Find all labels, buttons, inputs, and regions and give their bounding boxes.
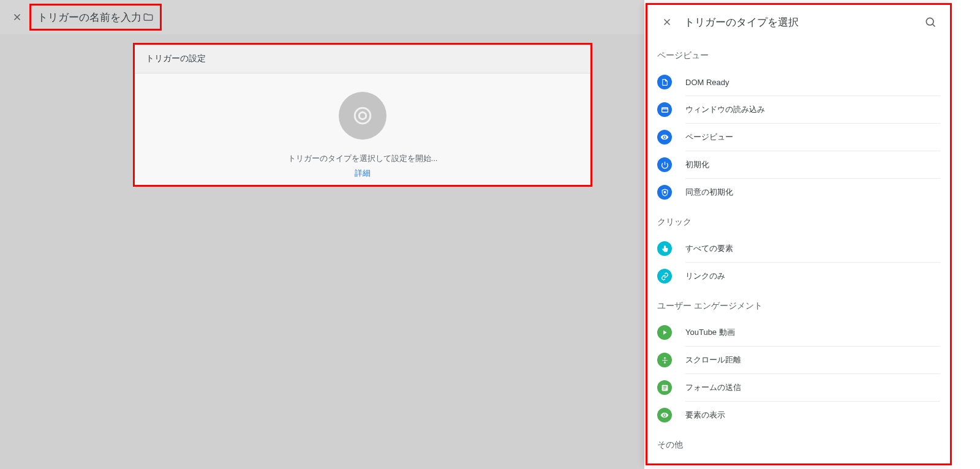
trigger-type-item[interactable]: 要素の表示	[647, 402, 950, 429]
trigger-type-label: 要素の表示	[685, 410, 725, 421]
trigger-name-input[interactable]: トリガーの名前を入力	[29, 4, 162, 31]
trigger-type-item[interactable]: DOM Ready	[647, 69, 950, 96]
svg-point-1	[926, 18, 933, 25]
shield-blue-icon	[657, 185, 672, 200]
folder-icon[interactable]	[143, 12, 154, 23]
trigger-name-label: トリガーの名前を入力	[37, 10, 143, 24]
category-label: ユーザー エンゲージメント	[647, 290, 950, 319]
eye-green-icon	[657, 408, 672, 422]
play-green-icon	[657, 325, 672, 340]
eye-blue-icon	[657, 130, 672, 144]
category-label: その他	[647, 429, 950, 458]
close-icon[interactable]	[5, 5, 29, 29]
trigger-type-label: ウィンドウの読み込み	[685, 104, 765, 115]
power-blue-icon	[657, 157, 672, 172]
trigger-type-label: リンクのみ	[685, 271, 725, 282]
settings-heading: トリガーの設定	[135, 45, 590, 73]
page-blue-icon	[657, 75, 672, 89]
trigger-type-label: スクロール距離	[685, 355, 741, 366]
trigger-type-item[interactable]: ページビュー	[647, 124, 950, 151]
form-green-icon	[657, 380, 672, 395]
trigger-settings-panel[interactable]: トリガーの設定 トリガーのタイプを選択して設定を開始... 詳細	[133, 43, 592, 187]
category-label: クリック	[647, 206, 950, 235]
settings-body: トリガーのタイプを選択して設定を開始... 詳細	[135, 73, 590, 197]
window-blue-icon	[657, 102, 672, 117]
trigger-type-label: ページビュー	[685, 132, 733, 143]
panel-header: トリガーのタイプを選択	[647, 5, 950, 39]
click-cyan-icon	[657, 241, 672, 256]
prompt-text: トリガーのタイプを選択して設定を開始...	[288, 153, 438, 164]
trigger-type-label: YouTube 動画	[685, 327, 735, 338]
close-icon[interactable]	[655, 10, 679, 34]
trigger-type-panel: トリガーのタイプを選択 ページビューDOM Readyウィンドウの読み込みページ…	[646, 3, 952, 465]
trigger-type-label: すべての要素	[685, 243, 733, 254]
placeholder-circle-icon	[339, 92, 386, 140]
trigger-type-item[interactable]: スクロール距離	[647, 347, 950, 373]
trigger-type-item[interactable]: YouTube 動画	[647, 319, 950, 346]
panel-title: トリガーのタイプを選択	[679, 15, 918, 29]
trigger-type-label: 初期化	[685, 159, 709, 170]
trigger-type-label: 同意の初期化	[685, 187, 733, 198]
detail-link[interactable]: 詳細	[355, 168, 371, 179]
trigger-type-item[interactable]: 同意の初期化	[647, 179, 950, 206]
svg-point-0	[355, 108, 371, 124]
trigger-type-item[interactable]: リンクのみ	[647, 263, 950, 290]
svg-rect-2	[662, 107, 668, 112]
trigger-type-label: フォームの送信	[685, 382, 741, 393]
category-label: ページビュー	[647, 39, 950, 69]
trigger-type-item[interactable]: ウィンドウの読み込み	[647, 96, 950, 123]
link-cyan-icon	[657, 269, 672, 283]
trigger-type-label: DOM Ready	[685, 78, 729, 87]
trigger-type-item[interactable]: フォームの送信	[647, 374, 950, 401]
svg-point-4	[664, 191, 666, 193]
search-icon[interactable]	[918, 10, 943, 34]
trigger-type-item[interactable]: すべての要素	[647, 235, 950, 262]
trigger-type-item[interactable]: 初期化	[647, 151, 950, 178]
scroll-green-icon	[657, 353, 672, 367]
